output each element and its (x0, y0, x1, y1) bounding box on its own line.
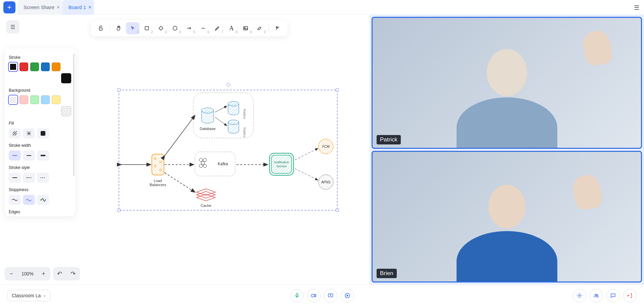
svg-rect-43 (269, 153, 294, 175)
tab-board-1[interactable]: Board 1 × (62, 0, 94, 15)
dashed-icon (27, 177, 31, 178)
tool-line[interactable]: 6 (197, 22, 210, 34)
width-medium[interactable] (23, 150, 35, 161)
close-icon[interactable]: × (88, 4, 91, 10)
screen-icon (328, 293, 334, 299)
app-menu-icon[interactable]: ☰ (634, 4, 639, 11)
svg-rect-3 (244, 27, 248, 30)
tab-screen-share[interactable]: Screen Share × (17, 0, 62, 15)
tool-eraser[interactable]: 0 (253, 22, 266, 34)
canvas-area[interactable]: ☰ 1 2 3 4 5 6 7 A8 9 0 Stroke (0, 15, 370, 285)
tool-image[interactable]: 9 (239, 22, 252, 34)
slop-cartoonist[interactable] (37, 195, 49, 205)
bg-green[interactable] (30, 95, 39, 104)
slop-artist[interactable] (23, 195, 35, 205)
canvas-menu-button[interactable]: ☰ (6, 20, 19, 34)
fill-hachure[interactable] (9, 128, 21, 138)
fill-solid[interactable] (37, 128, 49, 138)
zoom-bar: − 100% + ↶ ↷ (5, 267, 80, 280)
screenshare-button[interactable] (324, 289, 337, 302)
redo-button[interactable]: ↷ (67, 267, 80, 280)
bg-blue[interactable] (41, 95, 50, 104)
bg-yellow[interactable] (52, 95, 60, 104)
record-button[interactable] (341, 289, 354, 302)
fill-label: Fill (9, 121, 71, 126)
stroke-color-row (9, 62, 71, 83)
svg-point-14 (227, 83, 230, 86)
tool-lock[interactable] (94, 22, 108, 34)
divider (110, 24, 110, 32)
settings-button[interactable] (573, 289, 586, 302)
stroke-color-orange[interactable] (52, 62, 60, 71)
svg-text:Service: Service (276, 165, 287, 168)
style-dashed[interactable] (23, 173, 35, 183)
camera-button[interactable] (307, 289, 320, 302)
hand-icon (116, 25, 122, 31)
tool-diamond[interactable]: 3 (154, 22, 168, 34)
width-thin[interactable] (9, 150, 21, 161)
zoom-out-button[interactable]: − (5, 267, 18, 280)
zoom-level[interactable]: 100% (18, 271, 37, 276)
svg-point-18 (154, 165, 156, 167)
diagram-label: Load (154, 179, 162, 183)
tool-select[interactable]: 1 (126, 22, 139, 34)
svg-rect-15 (152, 154, 164, 175)
tool-rectangle[interactable]: 2 (140, 22, 154, 34)
svg-rect-11 (336, 89, 339, 91)
background-color-row (9, 95, 71, 116)
svg-rect-44 (271, 155, 292, 173)
svg-point-24 (228, 101, 239, 106)
bg-transparent[interactable] (9, 95, 17, 104)
tool-text[interactable]: A8 (225, 22, 238, 34)
lock-icon (98, 25, 104, 31)
stroke-color-green[interactable] (30, 62, 39, 71)
tool-hand[interactable] (112, 22, 125, 34)
svg-point-49 (318, 175, 333, 189)
hachure-icon (12, 131, 17, 136)
tool-arrow[interactable]: 5 (182, 22, 196, 34)
svg-text:Replica: Replica (243, 109, 246, 119)
video-tile-brien[interactable]: Brien (372, 151, 642, 283)
slop-architect[interactable] (9, 195, 21, 205)
svg-rect-54 (311, 294, 314, 297)
style-dotted[interactable] (37, 173, 49, 183)
video-tile-patrick[interactable]: Patrick (372, 17, 642, 149)
stroke-color-black[interactable] (9, 62, 17, 71)
bg-current[interactable] (61, 106, 71, 116)
svg-rect-9 (119, 90, 337, 210)
drawing-toolbar: 1 2 3 4 5 6 7 A8 9 0 (91, 20, 288, 36)
stroke-color-current[interactable] (61, 73, 71, 83)
tool-ellipse[interactable]: 4 (168, 22, 182, 34)
video-panel: Patrick Brien (370, 15, 644, 285)
stroke-color-red[interactable] (19, 62, 28, 71)
svg-rect-13 (336, 209, 339, 212)
svg-point-37 (201, 161, 205, 165)
participants-button[interactable] (590, 289, 603, 302)
tab-bar: + Screen Share × Board 1 × ☰ (0, 0, 644, 15)
svg-point-17 (160, 161, 162, 163)
tool-draw[interactable]: 7 (211, 22, 224, 34)
close-icon[interactable]: × (56, 4, 59, 10)
chat-button[interactable] (606, 289, 620, 302)
stroke-color-blue[interactable] (41, 62, 50, 71)
svg-text:Kafka: Kafka (218, 162, 228, 166)
tool-number: 5 (193, 30, 195, 34)
width-thick[interactable] (37, 150, 49, 161)
gear-icon (576, 293, 583, 299)
room-selector[interactable]: Classroom La (7, 290, 50, 301)
leave-button[interactable] (623, 289, 637, 302)
fill-row (9, 128, 71, 138)
line-icon (200, 25, 206, 31)
fill-cross[interactable] (23, 128, 35, 138)
zoom-in-button[interactable]: + (37, 267, 50, 280)
scrollbar[interactable] (73, 54, 75, 176)
undo-button[interactable]: ↶ (53, 267, 67, 280)
style-solid[interactable] (9, 173, 21, 183)
sloppiness-row (9, 195, 71, 205)
tool-ai[interactable] (271, 22, 284, 34)
mic-button[interactable] (290, 289, 304, 302)
wave3-icon (40, 198, 46, 202)
cursor-icon (130, 25, 136, 31)
add-tab-button[interactable]: + (3, 1, 15, 13)
bg-pink[interactable] (19, 95, 28, 104)
